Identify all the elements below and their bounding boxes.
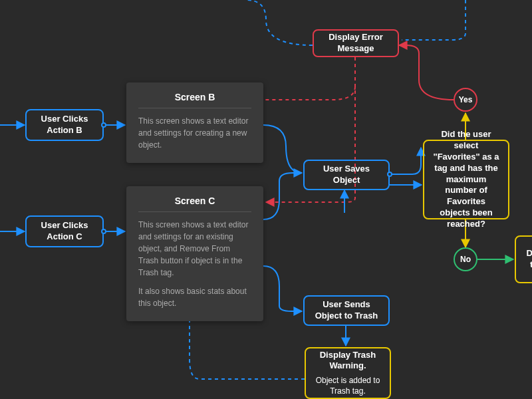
node-body: Object is added to Trash tag. xyxy=(313,376,383,396)
node-user-send-trash[interactable]: User Sends Object to Trash xyxy=(303,295,390,326)
node-error[interactable]: Display Error Message xyxy=(313,29,399,57)
node-label: User Clicks Action B xyxy=(33,114,96,136)
node-action-b[interactable]: User Clicks Action B xyxy=(25,109,104,141)
circle-label: No xyxy=(460,255,471,264)
screen-title: Screen C xyxy=(138,196,251,212)
node-label: Does the title for xyxy=(523,248,532,271)
node-screen-c[interactable]: Screen C This screen shows a text editor… xyxy=(126,186,263,321)
port-icon xyxy=(387,172,392,177)
node-action-c[interactable]: User Clicks Action C xyxy=(25,215,104,247)
node-decision-partial[interactable]: Does the title for xyxy=(515,235,532,283)
node-label: User Clicks Action C xyxy=(33,220,96,243)
node-trash-warning[interactable]: Display Trash Warning. Object is added t… xyxy=(305,347,391,399)
screen-body: This screen shows a text editor and sett… xyxy=(138,219,251,309)
port-icon xyxy=(101,122,106,128)
node-decision-favorites[interactable]: Did the user select "Favorites" as a tag… xyxy=(423,140,509,219)
screen-title: Screen B xyxy=(138,92,251,108)
node-label: User Sends Object to Trash xyxy=(311,299,382,322)
node-label: Did the user select "Favorites" as a tag… xyxy=(431,129,501,230)
node-user-saves[interactable]: User Saves Object xyxy=(303,160,390,190)
node-label: Display Error Message xyxy=(321,32,391,55)
node-no[interactable]: No xyxy=(454,247,477,271)
node-label: Display Trash Warning. xyxy=(313,350,383,372)
node-screen-b[interactable]: Screen B This screen shows a text editor… xyxy=(126,82,263,163)
node-label: User Saves Object xyxy=(311,164,382,186)
port-icon xyxy=(101,229,106,234)
circle-label: Yes xyxy=(459,95,473,104)
screen-body: This screen shows a text editor and sett… xyxy=(138,115,251,151)
node-yes[interactable]: Yes xyxy=(454,88,477,112)
